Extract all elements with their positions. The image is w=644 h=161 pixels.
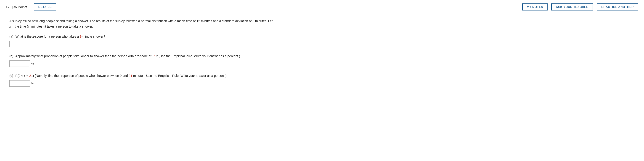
- intro-text: A survey asked how long people spend tak…: [9, 19, 272, 23]
- part-a-answer-row: [9, 41, 635, 47]
- part-a: (a) What is the z-score for a person who…: [9, 34, 635, 47]
- part-c-percent: %: [31, 82, 34, 85]
- part-a-label: (a) What is the z-score for a person who…: [9, 34, 635, 39]
- part-a-highlight: 9: [80, 35, 82, 38]
- question-num-text: 12.: [6, 5, 10, 9]
- part-b-answer-row: %: [9, 60, 635, 67]
- page-wrapper: 12. [-/6 Points] DETAILS MY NOTES ASK YO…: [0, 0, 644, 161]
- part-a-text-after: -minute shower?: [82, 35, 105, 38]
- part-b-text-after: ? (Use the Empirical Rule. Write your an…: [156, 54, 240, 58]
- bottom-divider: [9, 93, 635, 93]
- part-c-letter: (c): [9, 74, 13, 78]
- problem-intro: A survey asked how long people spend tak…: [9, 18, 375, 29]
- part-a-text-before: What is the z-score for a person who tak…: [16, 35, 80, 38]
- part-b-text-before: Approximately what proportion of people …: [15, 54, 152, 58]
- points-label: [-/6 Points]: [12, 5, 28, 9]
- details-button[interactable]: DETAILS: [34, 3, 56, 10]
- part-a-letter: (a): [9, 35, 13, 38]
- ask-teacher-button[interactable]: ASK YOUR TEACHER: [551, 3, 593, 10]
- part-c-input[interactable]: [9, 80, 30, 87]
- part-a-input[interactable]: [9, 41, 30, 47]
- part-b-percent: %: [31, 62, 34, 65]
- part-c-label: (c) P(9 < x < 21) (Namely, find the prop…: [9, 73, 635, 78]
- part-c-highlight2: 21: [129, 74, 132, 78]
- part-c-answer-row: %: [9, 80, 635, 87]
- practice-another-button[interactable]: PRACTICE ANOTHER: [597, 3, 638, 10]
- intro-text2: x = the time (in minutes) it takes a per…: [9, 25, 93, 28]
- part-c-text-middle: ) (Namely, find the proportion of people…: [33, 74, 129, 78]
- part-b-highlight: −1: [152, 54, 156, 58]
- part-b-letter: (b): [9, 54, 13, 58]
- my-notes-button[interactable]: MY NOTES: [522, 3, 548, 10]
- part-c-text-before: P(9 < x <: [15, 74, 29, 78]
- part-b: (b) Approximately what proportion of peo…: [9, 54, 635, 67]
- part-c-highlight1: 21: [29, 74, 33, 78]
- question-number: 12. [-/6 Points]: [6, 5, 28, 9]
- part-b-input[interactable]: [9, 60, 30, 67]
- content-area: A survey asked how long people spend tak…: [0, 14, 644, 100]
- part-c: (c) P(9 < x < 21) (Namely, find the prop…: [9, 73, 635, 86]
- part-b-label: (b) Approximately what proportion of peo…: [9, 54, 635, 59]
- header-row: 12. [-/6 Points] DETAILS MY NOTES ASK YO…: [0, 0, 644, 14]
- part-c-text-after: minutes. Use the Empirical Rule. Write y…: [132, 74, 226, 78]
